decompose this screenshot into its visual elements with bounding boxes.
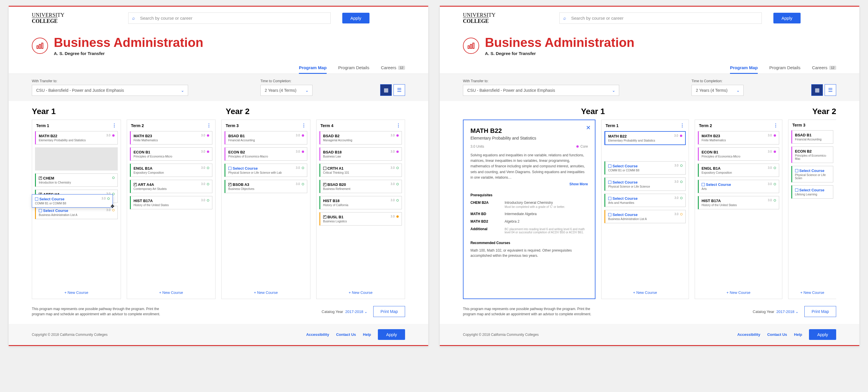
course-card[interactable]: ECON B2Principles of Economics-Mac xyxy=(791,147,833,163)
search-icon: ⌕ xyxy=(563,16,566,21)
select-course-card[interactable]: Select CoursePhysical Science or Life Sc… xyxy=(224,163,307,177)
select-course-card[interactable]: Select CourseArts3.0 xyxy=(698,180,779,193)
new-course-button[interactable]: + New Course xyxy=(316,286,405,299)
course-card[interactable]: ENGL B1AExpository Composition3.0 xyxy=(698,163,779,177)
drag-ghost-card[interactable]: Select Course COMM B1 or COMM B8 3.0 ✥ xyxy=(32,194,113,208)
course-card[interactable]: ECON B1Principles of Economics-Micro3.0 xyxy=(698,147,779,161)
term-menu-icon[interactable]: ⋮ xyxy=(396,123,401,128)
catalog-year-select[interactable]: 2017-2018 ⌄ xyxy=(776,309,799,314)
tab-careers[interactable]: Careers12 xyxy=(812,62,836,73)
term-menu-icon[interactable]: ⋮ xyxy=(680,123,685,128)
select-course-card[interactable]: Select CourseBusiness Administration Lis… xyxy=(604,210,686,223)
grid-view-button[interactable]: ▦ xyxy=(380,84,392,96)
status-dot-icon xyxy=(396,167,399,169)
footer-link-accessibility[interactable]: Accessibility xyxy=(737,332,761,337)
course-card[interactable]: MATH B23Finite Mathematics3.0 xyxy=(698,131,779,145)
tab-careers[interactable]: Careers12 xyxy=(381,62,405,73)
course-card[interactable]: CRTH A1Critical Thinking 1013.0 xyxy=(319,163,402,177)
new-course-button[interactable]: + New Course xyxy=(788,286,836,299)
tab-program-details[interactable]: Program Details xyxy=(769,62,801,73)
new-course-button[interactable]: + New Course xyxy=(695,286,782,299)
checkbox-icon xyxy=(39,209,42,212)
print-map-button[interactable]: Print Map xyxy=(804,306,836,317)
year-labels: Year 1 Year 2 xyxy=(440,101,859,120)
select-course-card[interactable]: Select CourseCOMM B1 or COMM B83.0 xyxy=(604,161,686,175)
drag-placeholder xyxy=(35,147,118,171)
footer-link-contact[interactable]: Contact Us xyxy=(336,332,356,337)
search-input[interactable] xyxy=(128,12,331,24)
apply-button-footer[interactable]: Apply xyxy=(378,329,405,340)
tab-program-map[interactable]: Program Map xyxy=(730,62,758,73)
new-course-button[interactable]: + New Course xyxy=(601,286,689,299)
apply-button[interactable]: Apply xyxy=(773,13,801,24)
time-select[interactable]: 2 Years (4 Terms)⌄ xyxy=(260,85,312,96)
recommended-text: Math 100, Math 102, or equivalent is req… xyxy=(470,248,588,258)
transfer-select[interactable]: CSU - Bakersfield - Power and Justice Em… xyxy=(463,85,619,96)
new-course-button[interactable]: + New Course xyxy=(222,286,310,299)
select-course-card[interactable]: Select CourseLifelong Learning xyxy=(791,185,833,199)
footer-link-accessibility[interactable]: Accessibility xyxy=(306,332,329,337)
term-menu-icon[interactable]: ⋮ xyxy=(112,123,117,128)
course-card[interactable]: ART A4AContemporary Art Studeis3.0 xyxy=(130,180,213,193)
topbar: UNIVERSITY COLLEGE ⌕ Apply xyxy=(9,7,428,30)
new-course-button[interactable]: + New Course xyxy=(32,286,121,299)
apply-button-footer[interactable]: Apply xyxy=(809,329,836,340)
term-menu-icon[interactable]: ⋮ xyxy=(302,123,306,128)
select-course-card[interactable]: Select CourseArts and Humanities3.0 xyxy=(604,194,686,207)
new-course-button[interactable]: + New Course xyxy=(127,286,216,299)
core-dot-icon xyxy=(112,134,115,137)
tab-program-map[interactable]: Program Map xyxy=(299,62,327,73)
term-menu-icon[interactable]: ⋮ xyxy=(207,123,211,128)
print-map-button[interactable]: Print Map xyxy=(373,306,405,317)
course-card[interactable]: BSOB A3Business Objectives3.0 xyxy=(224,180,307,193)
course-card[interactable]: MATH B23Finite Mathematics3.0 xyxy=(130,131,213,145)
course-card[interactable]: BSAD B20Business Refinement3.0 xyxy=(319,180,402,193)
term-menu-icon[interactable]: ⋮ xyxy=(773,123,778,128)
course-card[interactable]: HIST B17AHistory of the United States3.0 xyxy=(698,196,779,209)
course-card[interactable]: ECON B1Principles of Economics-Micro3.0 xyxy=(130,147,213,161)
list-view-button[interactable]: ☰ xyxy=(394,84,405,96)
course-card[interactable]: ENGL B1AExpository Composition3.0 xyxy=(130,163,213,177)
course-card[interactable]: BSAD B18Business Law3.0 xyxy=(319,147,402,161)
search-input[interactable] xyxy=(559,12,762,24)
apply-button[interactable]: Apply xyxy=(342,13,370,24)
course-card-selected[interactable]: MATH B22Elementary Probability and Stati… xyxy=(604,131,686,145)
course-card[interactable]: BSAD B2Managerial Accounting3.0 xyxy=(319,131,402,145)
course-card[interactable]: BSAD B1Financial Accounting3.0 xyxy=(224,131,307,145)
select-course-card[interactable]: Select CoursePhysical Science or Life Sc… xyxy=(791,166,833,182)
course-card[interactable]: ECON B2Principles of Economics-Macro3.0 xyxy=(224,147,307,161)
course-card[interactable]: CHEMIntroduction to Chemistry xyxy=(35,174,118,187)
course-card[interactable]: HIST B18History of California3.0 xyxy=(319,196,402,209)
footer-link-help[interactable]: Help xyxy=(363,332,371,337)
status-dot-icon xyxy=(302,167,304,169)
grid-view-button[interactable]: ▦ xyxy=(811,84,823,96)
time-select[interactable]: 2 Years (4 Terms)⌄ xyxy=(691,85,744,96)
list-view-button[interactable]: ☰ xyxy=(825,84,836,96)
course-card[interactable]: MATH B22Elementary Probability and Stati… xyxy=(35,131,118,145)
catalog-year-select[interactable]: 2017-2018 ⌄ xyxy=(345,309,368,314)
select-course-card[interactable]: Select CourseBusiness Administration Lis… xyxy=(35,206,118,219)
status-dot-icon xyxy=(396,199,399,202)
footer-link-help[interactable]: Help xyxy=(794,332,802,337)
course-card[interactable]: BUSL B1Business Logistics3.0 xyxy=(319,212,402,225)
course-card[interactable]: HIST B17AHistory of the United States3.0 xyxy=(130,196,213,209)
checkbox-icon xyxy=(608,164,611,168)
show-more-link[interactable]: Show More xyxy=(470,182,588,186)
status-dot-icon xyxy=(207,183,209,185)
svg-rect-4 xyxy=(470,44,472,48)
course-card[interactable]: BSAD B1Financial Accounting xyxy=(791,130,833,144)
checkbox-icon xyxy=(323,183,327,186)
svg-rect-0 xyxy=(37,46,38,48)
logo[interactable]: UNIVERSITY COLLEGE xyxy=(463,12,496,24)
close-icon[interactable]: ✕ xyxy=(586,124,591,131)
terms-container: Term 1⋮ MATH B22Elementary Probability a… xyxy=(9,120,428,299)
logo[interactable]: UNIVERSITY COLLEGE xyxy=(32,12,64,24)
term-name: Term 2 xyxy=(131,123,144,128)
footer-link-contact[interactable]: Contact Us xyxy=(767,332,787,337)
year-1-title: Year 1 xyxy=(32,107,214,116)
program-map-window-v2: UNIVERSITY COLLEGE ⌕ Apply Business Admi… xyxy=(440,6,859,346)
select-course-card[interactable]: Select CoursePhysical Science or Life Sc… xyxy=(604,178,686,191)
tab-program-details[interactable]: Program Details xyxy=(338,62,370,73)
core-dot-icon xyxy=(302,134,304,137)
transfer-select[interactable]: CSU - Bakersfield - Power and Justice Em… xyxy=(32,85,188,96)
